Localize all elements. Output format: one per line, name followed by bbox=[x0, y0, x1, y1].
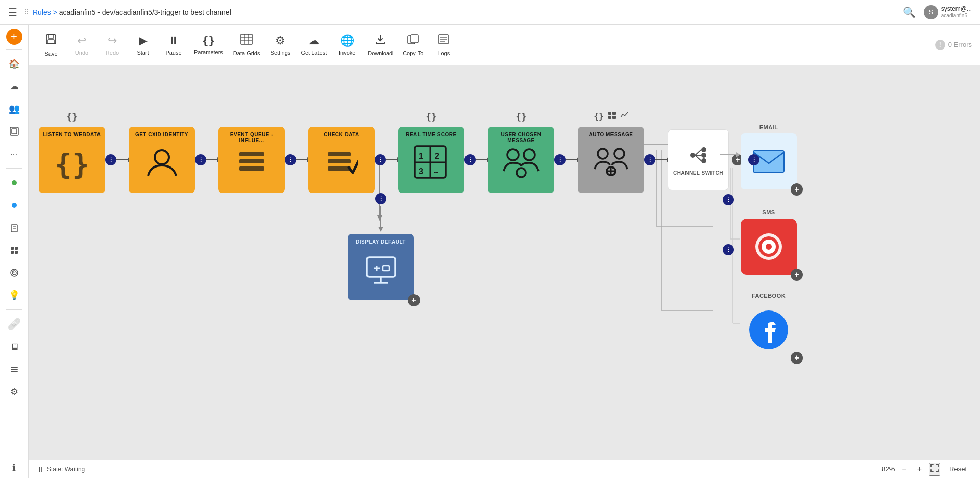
sidebar-item-people[interactable]: 👥 bbox=[4, 99, 24, 119]
svg-rect-8 bbox=[15, 251, 18, 254]
reset-label: Reset bbox=[949, 465, 967, 473]
node-get-cxid[interactable]: GET CXID IDENTITY bbox=[129, 127, 195, 193]
start-button[interactable]: ▶ Start bbox=[129, 29, 157, 61]
connector-6: ⋮ bbox=[554, 154, 578, 165]
connector-1: ⋮ bbox=[105, 154, 129, 165]
state-text: State: Waiting bbox=[47, 466, 85, 473]
getlatest-button[interactable]: ☁ Get Latest bbox=[297, 29, 331, 61]
svg-line-68 bbox=[695, 155, 701, 161]
info-dot-down[interactable]: ⋮ bbox=[375, 193, 386, 204]
sidebar-item-home[interactable]: 🏠 bbox=[4, 54, 24, 74]
info-dot-5[interactable]: ⋮ bbox=[464, 154, 476, 165]
info-dot-6[interactable]: ⋮ bbox=[554, 154, 566, 165]
datagrids-button[interactable]: Data Grids bbox=[229, 29, 264, 61]
node-event-queue[interactable]: EVENT QUEUE - INFLUE... bbox=[218, 127, 285, 193]
svg-rect-39 bbox=[239, 166, 264, 171]
bracket-icon-usermsg: {} bbox=[488, 111, 554, 122]
add-facebook-btn[interactable]: + bbox=[791, 352, 803, 364]
sidebar-item-gear[interactable]: ⚙ bbox=[4, 381, 24, 402]
node-icon-score: 1 2 3 -- bbox=[413, 145, 449, 179]
breadcrumb-rules[interactable]: Rules bbox=[33, 8, 51, 16]
sidebar-item-dot1[interactable] bbox=[4, 173, 24, 193]
node-facebook[interactable] bbox=[741, 302, 797, 358]
chart-icon-auto bbox=[620, 111, 628, 122]
topbar-right: 🔍 S system@... acadianfin5 bbox=[903, 5, 972, 19]
zoom-fit-button[interactable] bbox=[929, 463, 940, 476]
node-icon-channel bbox=[688, 145, 709, 166]
datagrids-label: Data Grids bbox=[233, 50, 260, 56]
node-label-display: DISPLAY DEFAULT bbox=[348, 237, 414, 245]
sidebar-item-clipboard[interactable] bbox=[4, 218, 24, 238]
copyto-button[interactable]: Copy To bbox=[399, 29, 427, 61]
sidebar-item-monitor[interactable]: 🖥 bbox=[4, 337, 24, 357]
sidebar-item-cloud[interactable]: ☁ bbox=[4, 76, 24, 97]
down-arrow-svg bbox=[378, 206, 384, 232]
flow-connections-svg bbox=[29, 65, 980, 460]
logs-button[interactable]: Logs bbox=[429, 29, 458, 61]
info-dot-channel[interactable]: ⋮ bbox=[748, 154, 760, 165]
save-icon bbox=[45, 33, 57, 49]
pause-button[interactable]: ⏸ Pause bbox=[159, 29, 188, 61]
save-button[interactable]: Save bbox=[37, 29, 65, 61]
svg-marker-70 bbox=[378, 227, 383, 232]
sidebar-item-layers[interactable] bbox=[4, 121, 24, 141]
info-dot-sms-branch[interactable]: ⋮ bbox=[723, 244, 734, 255]
sidebar-item-band[interactable]: 🩹 bbox=[4, 314, 24, 334]
node-check-data[interactable]: CHECK DATA bbox=[308, 127, 375, 193]
sidebar-item-more[interactable]: ··· bbox=[4, 144, 24, 164]
sidebar-item-grid[interactable] bbox=[4, 240, 24, 260]
undo-button[interactable]: ↩ Undo bbox=[67, 29, 96, 61]
info-dot-1[interactable]: ⋮ bbox=[105, 154, 116, 165]
save-label: Save bbox=[44, 51, 57, 57]
svg-rect-13 bbox=[11, 369, 18, 370]
add-sms-btn[interactable]: + bbox=[791, 269, 803, 281]
menu-icon[interactable]: ☰ bbox=[8, 6, 17, 18]
sidebar-item-add[interactable]: + bbox=[6, 29, 22, 45]
svg-line-66 bbox=[695, 150, 701, 155]
search-icon[interactable]: 🔍 bbox=[903, 6, 916, 18]
download-button[interactable]: Download bbox=[363, 29, 397, 61]
info-dot-email-branch[interactable]: ⋮ bbox=[723, 194, 734, 205]
node-channel-switch[interactable]: CHANNEL SWITCH bbox=[668, 129, 729, 190]
node-icon-event bbox=[235, 146, 268, 179]
pause-label: Pause bbox=[165, 50, 181, 56]
svg-point-57 bbox=[598, 149, 608, 159]
sidebar-item-list[interactable] bbox=[4, 359, 24, 379]
info-dot-3[interactable]: ⋮ bbox=[285, 154, 296, 165]
svg-rect-6 bbox=[15, 247, 18, 250]
info-dot-7[interactable]: ⋮ bbox=[644, 154, 655, 165]
zoom-in-button[interactable]: + bbox=[914, 464, 925, 475]
node-listen-to-webdata[interactable]: LISTEN TO WEBDATA {} bbox=[39, 127, 105, 193]
svg-point-64 bbox=[701, 153, 706, 158]
sidebar-item-bulb[interactable]: 💡 bbox=[4, 285, 24, 305]
arrow-7 bbox=[655, 159, 668, 160]
sidebar-item-dot2[interactable] bbox=[4, 195, 24, 216]
reset-button[interactable]: Reset bbox=[944, 462, 972, 476]
facebook-node-wrapper: + bbox=[741, 302, 797, 358]
info-dot-4[interactable]: ⋮ bbox=[375, 154, 386, 165]
add-display-default-btn[interactable]: + bbox=[408, 294, 420, 306]
node-icon-display bbox=[364, 253, 398, 286]
sidebar-item-chart[interactable] bbox=[4, 262, 24, 283]
invoke-button[interactable]: 🌐 Invoke bbox=[333, 29, 361, 61]
zoom-out-button[interactable]: − bbox=[899, 464, 910, 475]
breadcrumb-separator: > bbox=[53, 8, 59, 16]
sidebar-item-info[interactable]: ℹ bbox=[4, 458, 24, 478]
parameters-button[interactable]: {} Parameters bbox=[190, 29, 227, 61]
node-container-score: {} REAL TIME SCORE 1 2 3 -- bbox=[398, 127, 464, 193]
svg-rect-38 bbox=[239, 159, 264, 163]
info-dot-2[interactable]: ⋮ bbox=[195, 154, 206, 165]
sidebar: + 🏠 ☁ 👥 ··· 💡 🩹 🖥 ⚙ ℹ bbox=[0, 25, 29, 478]
settings-button[interactable]: ⚙ Settings bbox=[266, 29, 295, 61]
add-email-btn[interactable]: + bbox=[791, 183, 803, 196]
datagrids-icon bbox=[240, 34, 253, 48]
redo-button[interactable]: ↪ Redo bbox=[98, 29, 127, 61]
pause-state-icon: ⏸ bbox=[37, 465, 44, 473]
node-auto-message[interactable]: AUTO MESSAGE bbox=[578, 127, 644, 193]
node-user-chosen-message[interactable]: USER CHOSEN MESSAGE bbox=[488, 127, 554, 193]
user-menu[interactable]: S system@... acadianfin5 bbox=[924, 5, 972, 19]
node-sms[interactable] bbox=[741, 219, 797, 275]
node-real-time-score[interactable]: REAL TIME SCORE 1 2 3 -- bbox=[398, 127, 464, 193]
node-display-default[interactable]: DISPLAY DEFAULT bbox=[348, 234, 414, 300]
down-arrow-display: ⋮ bbox=[375, 193, 386, 232]
